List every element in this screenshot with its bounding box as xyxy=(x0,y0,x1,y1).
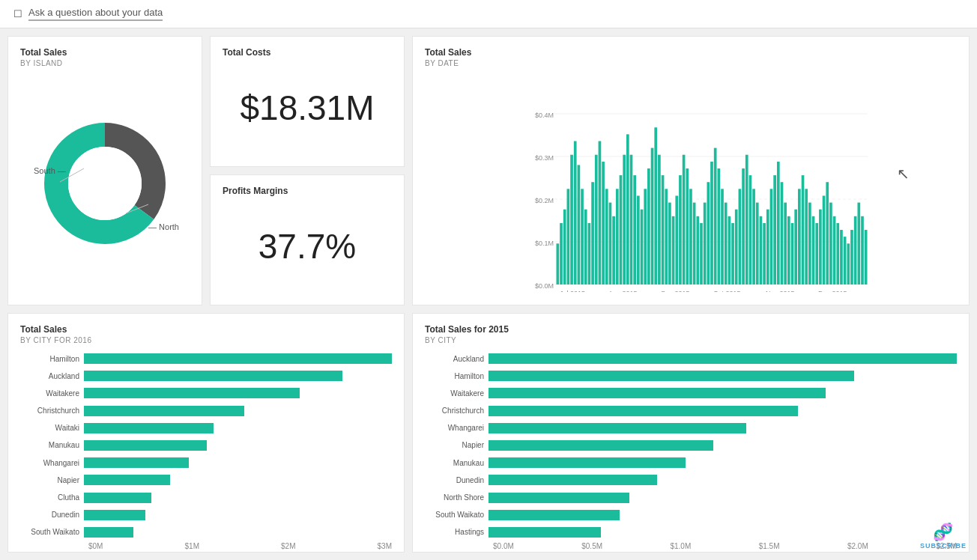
list-item: Dunedin xyxy=(425,473,957,487)
svg-rect-41 xyxy=(647,168,650,284)
subscribe-label: SUBSCRIBE xyxy=(920,542,967,550)
svg-rect-48 xyxy=(672,216,675,284)
bar-track xyxy=(488,510,957,520)
bar-label: Waitakere xyxy=(20,389,84,398)
svg-rect-98 xyxy=(847,243,850,284)
ask-question-label[interactable]: Ask a question about your data xyxy=(28,7,163,21)
bar-fill xyxy=(84,527,133,538)
svg-rect-60 xyxy=(714,148,717,284)
card-title-profit: Profits Margins xyxy=(223,186,392,196)
list-item: Manukau xyxy=(20,439,392,452)
subscribe-badge[interactable]: 🧬 SUBSCRIBE xyxy=(920,523,967,550)
list-item: North Shore xyxy=(425,491,957,505)
svg-rect-93 xyxy=(829,203,832,284)
svg-rect-57 xyxy=(704,203,707,284)
bar-fill xyxy=(84,353,392,364)
svg-rect-25 xyxy=(591,182,594,284)
list-item: Manukau xyxy=(425,456,957,469)
top-bar: ☐ Ask a question about your data xyxy=(0,0,977,28)
svg-rect-47 xyxy=(668,203,671,284)
svg-rect-27 xyxy=(599,141,602,284)
svg-rect-80 xyxy=(784,203,787,284)
svg-rect-69 xyxy=(745,155,748,284)
svg-rect-24 xyxy=(588,223,591,284)
bar-track xyxy=(84,510,392,520)
bar-track xyxy=(84,388,392,398)
bar-label: Dunedin xyxy=(425,476,488,484)
svg-rect-16 xyxy=(560,223,563,284)
svg-rect-77 xyxy=(773,175,776,284)
svg-rect-84 xyxy=(798,189,801,284)
bar-track xyxy=(488,475,957,485)
svg-text:$0.1M: $0.1M xyxy=(535,240,554,247)
list-item: Waitakere xyxy=(20,386,392,400)
list-item: Waitakere xyxy=(425,386,957,400)
svg-rect-97 xyxy=(844,237,847,284)
svg-text:Sep 2015: Sep 2015 xyxy=(661,290,690,292)
svg-rect-101 xyxy=(857,203,860,284)
svg-rect-35 xyxy=(626,134,629,284)
bar-track xyxy=(488,371,957,381)
bar-label: Napier xyxy=(425,441,488,449)
bar-fill xyxy=(84,510,145,520)
card-total-sales-island: Total Sales BY ISLAND South — — North xyxy=(7,36,202,305)
bar-label: Whangarei xyxy=(20,459,84,467)
list-item: Hamilton xyxy=(20,352,392,365)
bar-fill xyxy=(488,423,746,433)
bar-track xyxy=(84,353,392,364)
svg-rect-32 xyxy=(616,189,619,284)
bar-track xyxy=(488,457,957,468)
svg-rect-95 xyxy=(836,223,839,284)
bar-fill xyxy=(84,423,214,433)
svg-rect-67 xyxy=(739,189,742,284)
card-sales-city-2015: Total Sales for 2015 BY CITY AucklandHam… xyxy=(412,313,970,553)
card-total-sales-date: Total Sales BY DATE $0.0M $0.1M $0.2M $0… xyxy=(412,36,970,305)
svg-rect-51 xyxy=(683,155,686,284)
svg-rect-102 xyxy=(861,216,864,284)
list-item: South Waikato xyxy=(425,508,957,522)
list-item: Waitaki xyxy=(20,421,392,435)
bar-track xyxy=(84,406,392,416)
date-bar-chart: $0.0M $0.1M $0.2M $0.3M $0.4M Jul 2015 A… xyxy=(425,75,957,292)
bar-label: Hamilton xyxy=(20,355,84,363)
svg-rect-46 xyxy=(665,189,668,284)
svg-rect-90 xyxy=(819,210,822,284)
bar-track xyxy=(84,527,392,538)
svg-text:$0.3M: $0.3M xyxy=(535,154,554,162)
svg-rect-42 xyxy=(651,148,654,284)
svg-text:$0.4M: $0.4M xyxy=(535,112,554,119)
bar-label: Christchurch xyxy=(20,407,84,415)
bar-fill xyxy=(488,457,686,468)
svg-text:$0.0M: $0.0M xyxy=(535,282,554,290)
svg-rect-79 xyxy=(781,182,784,284)
date-chart-area: $0.0M $0.1M $0.2M $0.3M $0.4M Jul 2015 A… xyxy=(425,75,957,292)
svg-rect-17 xyxy=(563,210,566,284)
card-profit-margins: Profits Margins 37.7% xyxy=(210,174,405,305)
svg-rect-82 xyxy=(791,223,794,284)
card-sales-city-2016: Total Sales BY CITY FOR 2016 HamiltonAuc… xyxy=(7,313,405,553)
card-title-island: Total Sales xyxy=(20,47,190,58)
svg-rect-70 xyxy=(749,175,752,284)
bar-fill xyxy=(84,457,189,468)
col2-cards: Total Costs $18.31M Profits Margins 37.7… xyxy=(210,36,405,305)
svg-rect-40 xyxy=(644,189,647,284)
donut-label-south: South — xyxy=(34,166,66,175)
bar-chart-2015: AucklandHamiltonWaitakereChristchurchWha… xyxy=(425,352,957,539)
bar-fill xyxy=(488,510,620,520)
svg-rect-39 xyxy=(641,210,644,284)
bar-label: Waitaki xyxy=(20,424,84,432)
bar-track xyxy=(84,493,392,503)
svg-rect-54 xyxy=(693,203,696,284)
svg-rect-18 xyxy=(567,189,570,284)
bar-label: Manukau xyxy=(425,459,488,467)
svg-rect-62 xyxy=(721,189,724,284)
svg-rect-37 xyxy=(633,175,636,284)
svg-rect-87 xyxy=(808,203,811,284)
donut-label-north: — North xyxy=(148,222,179,231)
bar-label: Hamilton xyxy=(425,372,488,380)
svg-rect-53 xyxy=(689,189,692,284)
bar-fill xyxy=(488,527,601,538)
svg-rect-91 xyxy=(823,195,826,284)
x-axis-2016: $0M $1M $2M $3M xyxy=(20,542,392,550)
bar-track xyxy=(488,423,957,433)
